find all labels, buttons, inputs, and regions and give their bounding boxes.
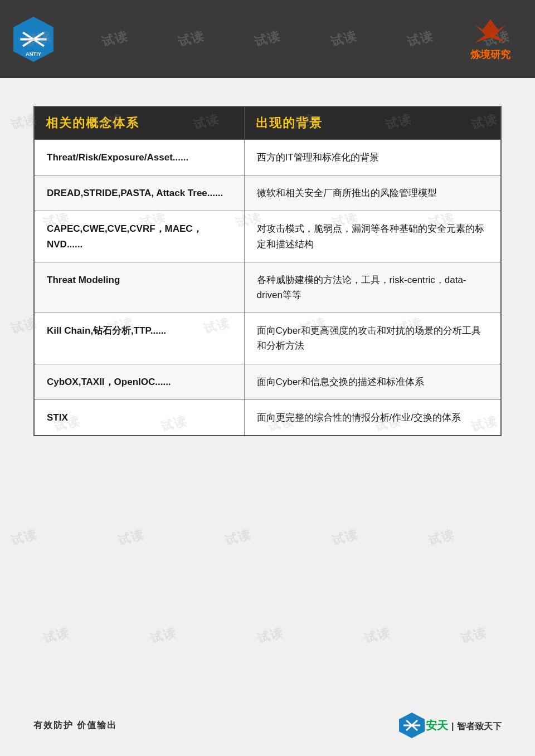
pw-28: 试读 <box>148 625 178 647</box>
pw-30: 试读 <box>362 625 392 647</box>
table-row: DREAD,STRIDE,PASTA, Attack Tree......微软和… <box>34 175 501 211</box>
header: ANTIY 试读 试读 试读 试读 试读 试读 试读 安天网络安全专训营第四期 … <box>0 0 535 78</box>
header-right-logo: 安天网络安全专训营第四期 炼境研究 <box>457 17 524 61</box>
footer-brand-green: 安天 <box>426 719 448 731</box>
table-cell-right-3: 各种威胁建模的方法论，工具，risk-centric，data-driven等等 <box>244 262 501 313</box>
header-wm-3: 试读 <box>176 27 206 50</box>
table-cell-left-0: Threat/Risk/Exposure/Asset...... <box>34 140 244 175</box>
header-wm-4: 试读 <box>252 27 283 50</box>
main-content: 相关的概念体系 出现的背景 Threat/Risk/Exposure/Asset… <box>0 78 535 459</box>
footer-right: 安天 | 智者致天下 <box>398 711 502 739</box>
table-cell-left-4: Kill Chain,钻石分析,TTP...... <box>34 313 244 364</box>
logo-area: ANTIY <box>11 16 56 63</box>
table-row: Kill Chain,钻石分析,TTP......面向Cyber和更高强度的攻击… <box>34 313 501 364</box>
table-row: STIX面向更完整的综合性的情报分析/作业/交换的体系 <box>34 399 501 436</box>
header-wm-5: 试读 <box>329 27 359 50</box>
header-brand-name: 炼境研究 <box>470 48 510 61</box>
table-cell-left-2: CAPEC,CWE,CVE,CVRF，MAEC，NVD...... <box>34 211 244 262</box>
pw-29: 试读 <box>255 625 285 647</box>
svg-marker-5 <box>475 19 506 43</box>
header-wm-6: 试读 <box>405 27 435 50</box>
pw-24: 试读 <box>223 526 253 549</box>
table-cell-left-1: DREAD,STRIDE,PASTA, Attack Tree...... <box>34 175 244 211</box>
col1-header: 相关的概念体系 <box>34 106 244 140</box>
pw-23: 试读 <box>116 526 146 549</box>
footer-left-text: 有效防护 价值输出 <box>33 720 117 731</box>
table-cell-left-6: STIX <box>34 399 244 436</box>
pw-27: 试读 <box>41 625 71 647</box>
table-cell-left-3: Threat Modeling <box>34 262 244 313</box>
table-cell-right-6: 面向更完整的综合性的情报分析/作业/交换的体系 <box>244 399 501 436</box>
pw-26: 试读 <box>426 526 456 549</box>
footer-brand-text: | <box>451 721 454 731</box>
footer-brand: 安天 | 智者致天下 <box>426 718 502 733</box>
pw-31: 试读 <box>459 625 489 647</box>
svg-text:ANTIY: ANTIY <box>26 50 42 56</box>
table-cell-left-5: CybOX,TAXII，OpenIOC...... <box>34 364 244 399</box>
footer-brand-slogan: 智者致天下 <box>457 721 502 731</box>
header-wm-2: 试读 <box>100 27 130 50</box>
col2-header: 出现的背景 <box>244 106 501 140</box>
table-cell-right-1: 微软和相关安全厂商所推出的风险管理模型 <box>244 175 501 211</box>
table-row: CAPEC,CWE,CVE,CVRF，MAEC，NVD......对攻击模式，脆… <box>34 211 501 262</box>
table-row: Threat Modeling各种威胁建模的方法论，工具，risk-centri… <box>34 262 501 313</box>
pw-25: 试读 <box>330 526 360 549</box>
table-row: Threat/Risk/Exposure/Asset......西方的IT管理和… <box>34 140 501 175</box>
pw-22: 试读 <box>9 526 39 549</box>
table-cell-right-4: 面向Cyber和更高强度的攻击和对抗的场景的分析工具和分析方法 <box>244 313 501 364</box>
table-cell-right-0: 西方的IT管理和标准化的背景 <box>244 140 501 175</box>
header-watermarks: 试读 试读 试读 试读 试读 试读 试读 <box>0 0 535 78</box>
table-cell-right-2: 对攻击模式，脆弱点，漏洞等各种基础的安全元素的标定和描述结构 <box>244 211 501 262</box>
table-row: CybOX,TAXII，OpenIOC......面向Cyber和信息交换的描述… <box>34 364 501 399</box>
main-table: 相关的概念体系 出现的背景 Threat/Risk/Exposure/Asset… <box>33 106 502 436</box>
footer: 有效防护 价值输出 安天 | 智者致天下 <box>33 711 502 739</box>
table-cell-right-5: 面向Cyber和信息交换的描述和标准体系 <box>244 364 501 399</box>
